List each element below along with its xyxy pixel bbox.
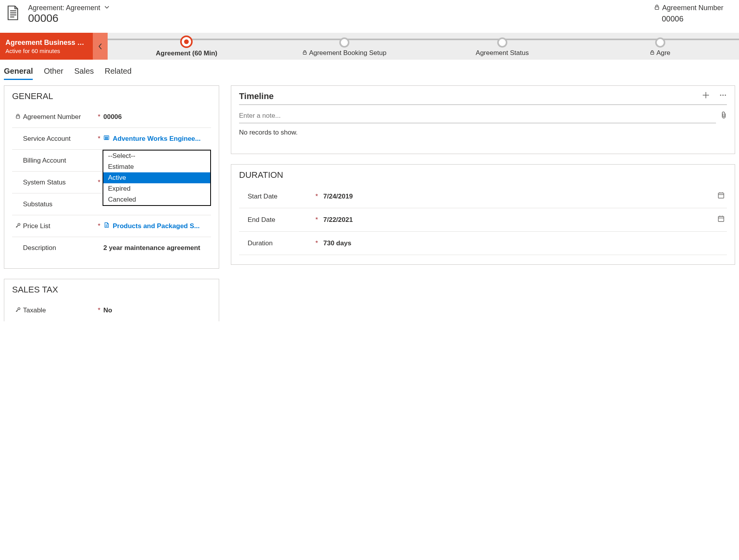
required-marker: * <box>96 113 103 121</box>
dropdown-option[interactable]: Active <box>103 172 210 183</box>
value-taxable[interactable]: No <box>103 305 211 316</box>
timeline-empty-text: No records to show. <box>239 123 727 142</box>
tab-other[interactable]: Other <box>44 67 63 80</box>
svg-rect-8 <box>104 136 109 140</box>
value-end-date[interactable]: 7/22/2021 <box>320 216 718 224</box>
lock-icon <box>15 113 21 121</box>
timeline-section: Timeline No records to show. <box>231 85 735 154</box>
field-taxable: Taxable * No <box>12 299 211 321</box>
business-process-flow: Agreement Business Pro... Active for 60 … <box>0 32 739 60</box>
stage-circle-icon <box>497 37 507 48</box>
label-start-date: Start Date <box>239 193 313 200</box>
required-marker: * <box>96 307 103 314</box>
recommendation-icon <box>15 222 21 230</box>
calendar-icon[interactable] <box>718 192 727 201</box>
process-elapsed: Active for 60 minutes <box>5 48 87 54</box>
timeline-title: Timeline <box>239 91 702 101</box>
label-billing-account: Billing Account <box>23 157 66 165</box>
header-right-label: Agreement Number <box>662 4 723 12</box>
timeline-add-button[interactable] <box>702 91 710 101</box>
field-end-date: End Date * 7/22/2021 <box>239 208 727 232</box>
svg-rect-26 <box>718 216 724 222</box>
tab-general[interactable]: General <box>4 67 33 80</box>
value-service-account[interactable]: Adventure Works Enginee... <box>103 133 211 144</box>
tab-sales[interactable]: Sales <box>74 67 94 80</box>
pricelist-lookup-icon <box>103 222 110 230</box>
value-price-list[interactable]: Products and Packaged S... <box>103 220 211 232</box>
stage-circle-icon <box>339 37 349 48</box>
section-title-duration: DURATION <box>239 170 727 180</box>
field-service-account: Service Account * Adventure Works Engine… <box>12 128 211 150</box>
required-marker: * <box>96 135 103 143</box>
label-system-status: System Status <box>23 179 66 186</box>
system-status-dropdown-open[interactable]: --Select--EstimateActiveExpiredCanceled <box>103 150 211 206</box>
form-tabs: GeneralOtherSalesRelated <box>0 60 739 80</box>
duration-section: DURATION Start Date * 7/24/2019 End Date… <box>231 164 735 265</box>
stage-label: Agreement Booking Setup <box>302 49 386 57</box>
timeline-more-button[interactable] <box>719 91 727 101</box>
label-price-list: Price List <box>23 222 50 230</box>
label-substatus: Substatus <box>23 200 53 208</box>
page-header: Agreement: Agreement 00006 Agreement Num… <box>0 0 739 32</box>
tab-related[interactable]: Related <box>105 67 132 80</box>
svg-point-19 <box>720 94 721 96</box>
field-start-date: Start Date * 7/24/2019 <box>239 185 727 208</box>
value-description[interactable]: 2 year maintenance agreement <box>103 243 211 253</box>
process-back-button[interactable] <box>93 33 108 60</box>
stage-circle-icon <box>655 37 665 48</box>
svg-rect-11 <box>105 138 106 139</box>
dropdown-option[interactable]: Canceled <box>103 194 210 205</box>
field-billing-account: Billing Account --Select--EstimateActive… <box>12 150 211 172</box>
dropdown-option[interactable]: Estimate <box>103 161 210 172</box>
field-duration: Duration * 730 days <box>239 232 727 255</box>
process-stage[interactable]: Agre <box>581 36 739 57</box>
required-marker: * <box>313 216 320 224</box>
svg-point-20 <box>722 94 723 96</box>
field-agreement-number: Agreement Number * 00006 <box>12 106 211 128</box>
dropdown-option[interactable]: --Select-- <box>103 151 210 161</box>
required-marker: * <box>313 239 320 247</box>
section-title-general: GENERAL <box>12 91 211 101</box>
sales-tax-section: SALES TAX Taxable * No <box>4 279 219 321</box>
process-stage[interactable]: Agreement Status <box>424 36 581 57</box>
chevron-down-icon <box>104 5 110 11</box>
label-taxable: Taxable <box>23 307 46 314</box>
svg-rect-5 <box>303 52 307 54</box>
breadcrumb-text: Agreement: Agreement <box>28 4 100 12</box>
process-stage[interactable]: Agreement (60 Min) <box>108 35 266 57</box>
label-agreement-number: Agreement Number <box>23 113 81 121</box>
process-name: Agreement Business Pro... <box>5 39 87 47</box>
field-description: Description 2 year maintenance agreement <box>12 237 211 259</box>
required-marker: * <box>313 193 320 200</box>
label-description: Description <box>23 244 56 252</box>
svg-rect-22 <box>718 193 724 198</box>
svg-rect-4 <box>655 7 659 10</box>
section-title-sales-tax: SALES TAX <box>12 285 211 295</box>
account-lookup-icon <box>103 135 110 143</box>
timeline-note-input[interactable] <box>239 109 716 123</box>
value-agreement-number[interactable]: 00006 <box>103 112 211 122</box>
lock-icon <box>654 4 660 12</box>
required-marker: * <box>96 222 103 230</box>
calendar-icon[interactable] <box>718 215 727 224</box>
header-right-value: 00006 <box>654 14 723 23</box>
label-duration: Duration <box>239 239 313 247</box>
svg-rect-10 <box>107 137 108 138</box>
header-right-summary: Agreement Number 00006 <box>654 4 723 23</box>
recommendation-icon <box>15 307 21 314</box>
svg-rect-7 <box>16 116 20 118</box>
attachment-icon[interactable] <box>721 112 727 121</box>
stage-label: Agre <box>650 49 670 57</box>
record-title: 00006 <box>28 12 110 25</box>
process-stage[interactable]: Agreement Booking Setup <box>266 36 424 57</box>
dropdown-option[interactable]: Expired <box>103 183 210 194</box>
label-end-date: End Date <box>239 216 313 224</box>
form-selector[interactable]: Agreement: Agreement <box>28 4 110 12</box>
value-start-date[interactable]: 7/24/2019 <box>320 193 718 200</box>
process-badge[interactable]: Agreement Business Pro... Active for 60 … <box>0 33 93 60</box>
svg-rect-6 <box>651 52 654 54</box>
value-duration[interactable]: 730 days <box>320 239 727 247</box>
label-service-account: Service Account <box>23 135 71 143</box>
svg-rect-9 <box>105 137 106 138</box>
lock-icon <box>650 50 655 56</box>
